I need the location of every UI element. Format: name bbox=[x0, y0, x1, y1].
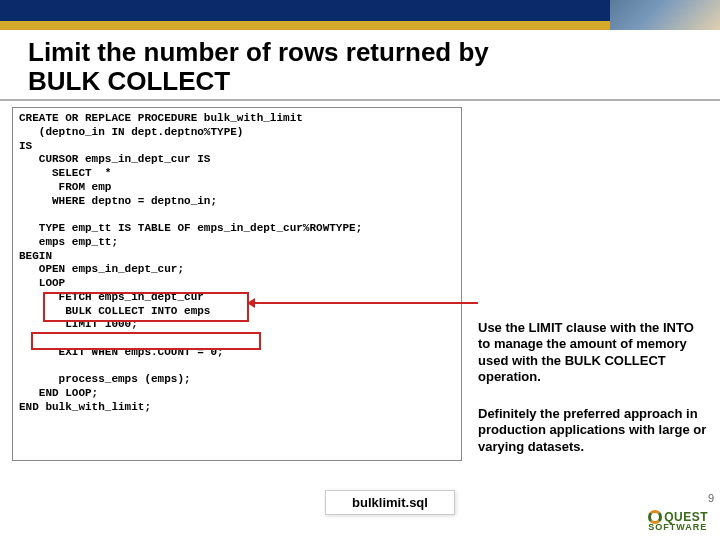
header-bar bbox=[0, 0, 720, 30]
arrow-to-note bbox=[253, 302, 478, 304]
file-label: bulklimit.sql bbox=[325, 490, 455, 515]
slide-title: Limit the number of rows returned by BUL… bbox=[0, 30, 720, 101]
logo-subtext: SOFTWARE bbox=[648, 522, 708, 532]
title-line-1: Limit the number of rows returned by bbox=[28, 37, 489, 67]
quest-logo: QUEST SOFTWARE bbox=[648, 510, 708, 532]
title-line-2: BULK COLLECT bbox=[28, 66, 230, 96]
code-block: CREATE OR REPLACE PROCEDURE bulk_with_li… bbox=[12, 107, 462, 461]
code-text: CREATE OR REPLACE PROCEDURE bulk_with_li… bbox=[19, 112, 362, 413]
header-photo bbox=[610, 0, 720, 30]
note-preferred-approach: Definitely the preferred approach in pro… bbox=[478, 406, 708, 455]
note-limit-clause: Use the LIMIT clause with the INTO to ma… bbox=[478, 320, 708, 385]
page-number: 9 bbox=[708, 492, 714, 504]
